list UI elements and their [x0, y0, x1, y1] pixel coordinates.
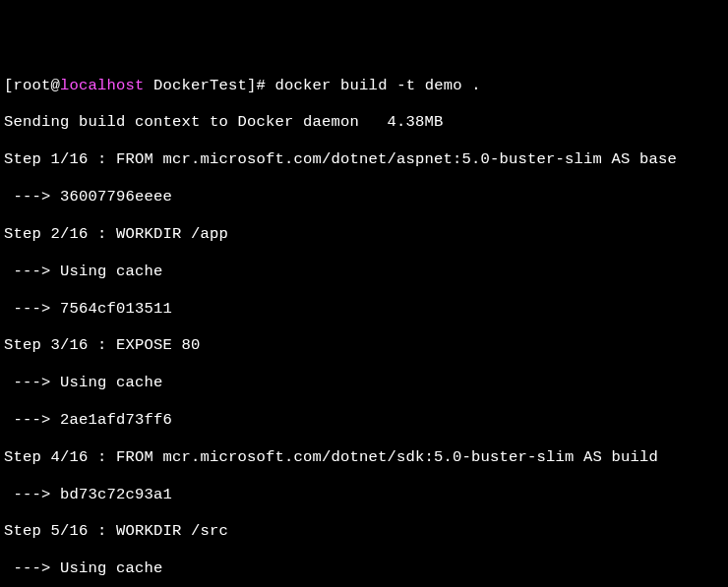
prompt-path: DockerTest: [145, 77, 248, 94]
output-line: ---> 2ae1afd73ff6: [4, 411, 724, 430]
output-line: Step 1/16 : FROM mcr.microsoft.com/dotne…: [4, 150, 724, 169]
prompt-user-bracket: [: [4, 77, 14, 94]
output-line: Step 5/16 : WORKDIR /src: [4, 522, 724, 541]
output-line: Step 4/16 : FROM mcr.microsoft.com/dotne…: [4, 448, 724, 467]
output-line: ---> Using cache: [4, 374, 724, 392]
command-text: docker build -t demo .: [275, 77, 481, 94]
prompt-host: localhost: [60, 77, 145, 94]
prompt-suffix: ]#: [247, 77, 275, 94]
output-line: ---> 36007796eeee: [4, 188, 724, 206]
prompt-user: root: [14, 77, 51, 94]
output-line: ---> Using cache: [4, 559, 724, 578]
output-line: ---> 7564cf013511: [4, 300, 724, 319]
prompt-line[interactable]: [root@localhost DockerTest]# docker buil…: [4, 77, 724, 95]
output-line: ---> bd73c72c93a1: [4, 486, 724, 504]
prompt-at: @: [51, 77, 61, 94]
output-line: Sending build context to Docker daemon 4…: [4, 113, 724, 132]
output-line: Step 3/16 : EXPOSE 80: [4, 336, 724, 355]
output-line: ---> Using cache: [4, 263, 724, 281]
output-line: Step 2/16 : WORKDIR /app: [4, 225, 724, 244]
